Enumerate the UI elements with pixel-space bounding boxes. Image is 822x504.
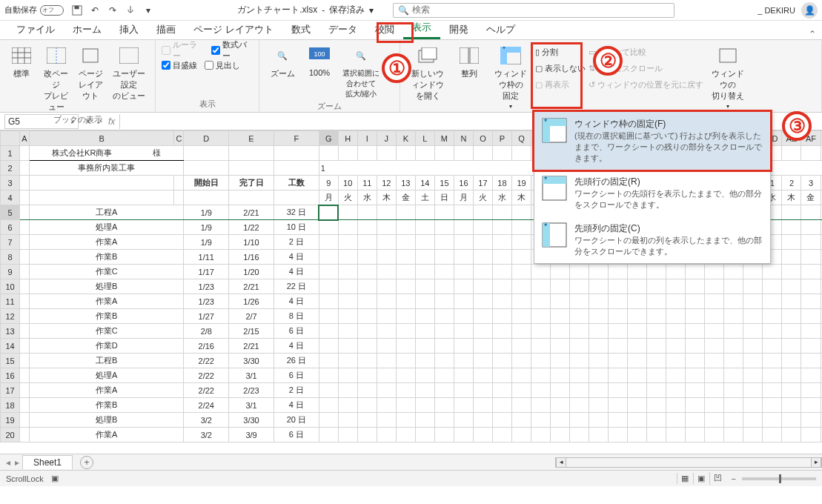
autosave-state[interactable]: オフ xyxy=(40,5,64,16)
gantt-cell[interactable] xyxy=(724,324,743,339)
start-cell[interactable]: 1/9 xyxy=(184,205,229,220)
gantt-cell[interactable] xyxy=(666,339,686,354)
gantt-cell[interactable] xyxy=(473,428,492,442)
col-header[interactable]: AE xyxy=(782,131,801,146)
gantt-cell[interactable] xyxy=(705,294,724,309)
gantt-cell[interactable] xyxy=(782,383,801,398)
gantt-cell[interactable] xyxy=(377,146,396,161)
gantt-cell[interactable] xyxy=(492,250,511,265)
gantt-cell[interactable] xyxy=(473,235,492,250)
gantt-cell[interactable] xyxy=(801,279,821,294)
gantt-cell[interactable] xyxy=(705,368,724,383)
gantt-cell[interactable] xyxy=(473,265,492,279)
gantt-cell[interactable] xyxy=(801,294,821,309)
gantt-cell[interactable] xyxy=(492,279,511,294)
dur-cell[interactable]: 4 日 xyxy=(274,294,319,309)
select-all[interactable] xyxy=(1,131,20,146)
end-cell[interactable]: 1/16 xyxy=(229,250,274,265)
tab-layout[interactable]: ページ レイアウト xyxy=(185,20,282,39)
gantt-cell[interactable] xyxy=(609,324,628,339)
start-cell[interactable]: 1/17 xyxy=(184,265,229,279)
hide-button[interactable]: ▢表示しない xyxy=(535,61,586,76)
gantt-cell[interactable] xyxy=(666,265,686,279)
gantt-cell[interactable] xyxy=(473,339,492,354)
start-cell[interactable]: 1/23 xyxy=(184,279,229,294)
gantt-cell[interactable] xyxy=(357,265,377,279)
gantt-cell[interactable] xyxy=(396,383,415,398)
gantt-cell[interactable] xyxy=(589,428,609,442)
gantt-cell[interactable] xyxy=(319,413,338,428)
gantt-cell[interactable] xyxy=(357,250,377,265)
date-cell[interactable]: 19 xyxy=(512,176,531,190)
end-cell[interactable]: 2/7 xyxy=(229,309,274,324)
gantt-cell[interactable] xyxy=(377,205,396,220)
gantt-cell[interactable] xyxy=(551,339,570,354)
gantt-cell[interactable] xyxy=(357,413,377,428)
gantt-cell[interactable] xyxy=(338,294,357,309)
gantt-cell[interactable] xyxy=(609,265,628,279)
col-header[interactable]: M xyxy=(434,131,454,146)
gantt-cell[interactable] xyxy=(570,279,589,294)
gantt-cell[interactable] xyxy=(801,383,821,398)
switch-windows-button[interactable]: ウィンドウの 切り替え▾ xyxy=(706,43,749,111)
row-header[interactable]: 7 xyxy=(1,235,20,250)
col-header[interactable]: N xyxy=(454,131,473,146)
date-cell[interactable]: 3 xyxy=(801,176,821,190)
gantt-cell[interactable] xyxy=(454,220,473,235)
avatar-icon[interactable]: 👤 xyxy=(801,2,818,19)
date-cell[interactable]: 13 xyxy=(396,176,415,190)
gantt-cell[interactable] xyxy=(801,220,821,235)
gantt-cell[interactable] xyxy=(415,309,434,324)
view-custom-button[interactable]: ユーザー設定 のビュー xyxy=(110,43,150,103)
gantt-cell[interactable] xyxy=(628,265,647,279)
gantt-cell[interactable] xyxy=(531,368,551,383)
row-header[interactable]: 18 xyxy=(1,398,20,413)
tab-home[interactable]: ホーム xyxy=(64,20,110,39)
zoom-slider[interactable] xyxy=(742,477,816,480)
gantt-cell[interactable] xyxy=(801,309,821,324)
gantt-cell[interactable] xyxy=(473,354,492,368)
gantt-cell[interactable] xyxy=(338,354,357,368)
gantt-cell[interactable] xyxy=(666,309,686,324)
gantt-cell[interactable] xyxy=(782,250,801,265)
gantt-cell[interactable] xyxy=(705,354,724,368)
gantt-cell[interactable] xyxy=(782,294,801,309)
gantt-cell[interactable] xyxy=(512,354,531,368)
gantt-cell[interactable] xyxy=(512,146,531,161)
gantt-cell[interactable] xyxy=(319,294,338,309)
gantt-cell[interactable] xyxy=(434,383,454,398)
gantt-cell[interactable] xyxy=(473,279,492,294)
gantt-cell[interactable] xyxy=(570,383,589,398)
row-header[interactable]: 3 xyxy=(1,176,20,190)
dur-cell[interactable]: 2 日 xyxy=(274,235,319,250)
view-normal-button[interactable]: 標準 xyxy=(6,43,38,81)
gantt-cell[interactable] xyxy=(628,383,647,398)
gantt-cell[interactable] xyxy=(338,339,357,354)
gantt-cell[interactable] xyxy=(454,279,473,294)
dur-cell[interactable]: 6 日 xyxy=(274,324,319,339)
gantt-cell[interactable] xyxy=(512,294,531,309)
gantt-cell[interactable] xyxy=(473,294,492,309)
gantt-cell[interactable] xyxy=(647,294,666,309)
gantt-cell[interactable] xyxy=(338,309,357,324)
gantt-cell[interactable] xyxy=(763,324,782,339)
view-mode-buttons[interactable]: ▦▣凹 xyxy=(677,472,726,485)
dur-cell[interactable]: 22 日 xyxy=(274,279,319,294)
gantt-cell[interactable] xyxy=(628,413,647,428)
gantt-cell[interactable] xyxy=(377,354,396,368)
tab-insert[interactable]: 挿入 xyxy=(110,20,148,39)
gantt-cell[interactable] xyxy=(454,383,473,398)
gantt-cell[interactable] xyxy=(724,265,743,279)
gantt-cell[interactable] xyxy=(589,324,609,339)
col-header[interactable]: O xyxy=(473,131,492,146)
gantt-cell[interactable] xyxy=(589,265,609,279)
date-cell[interactable]: 15 xyxy=(434,176,454,190)
gantt-cell[interactable] xyxy=(782,265,801,279)
gantt-cell[interactable] xyxy=(705,428,724,442)
gantt-cell[interactable] xyxy=(628,309,647,324)
start-cell[interactable]: 1/23 xyxy=(184,294,229,309)
col-header[interactable]: H xyxy=(338,131,357,146)
gantt-cell[interactable] xyxy=(666,368,686,383)
row-header[interactable]: 8 xyxy=(1,250,20,265)
gantt-cell[interactable] xyxy=(743,428,763,442)
